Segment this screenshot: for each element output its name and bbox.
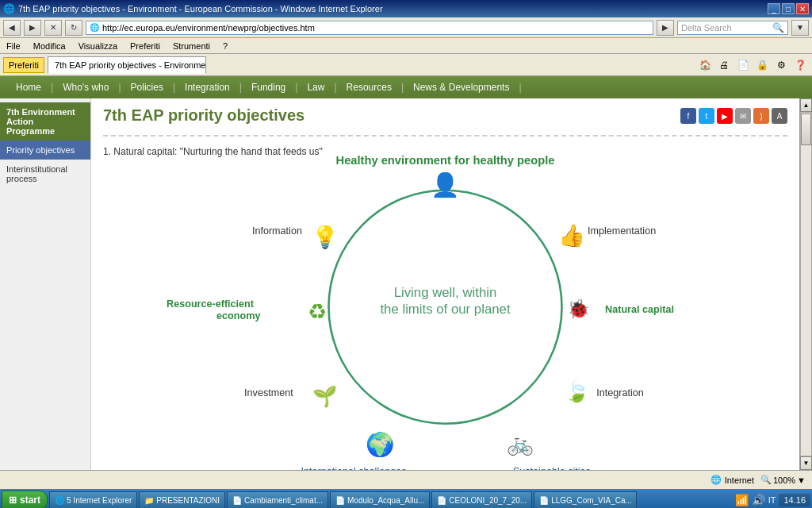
page-icon[interactable]: 📄	[734, 56, 752, 74]
url-field[interactable]: 🌐 http://ec.europa.eu/environment/newprg…	[86, 21, 653, 35]
app-icon-4: 📄	[437, 496, 446, 505]
sitenav-news[interactable]: News & Developments	[405, 79, 517, 96]
globe-icon: 🌐	[710, 475, 722, 485]
content-wrapper: 7th Environment Action Programme Priorit…	[0, 98, 812, 470]
sitenav-home[interactable]: Home	[8, 79, 49, 96]
mail-icon[interactable]: ✉	[735, 108, 751, 124]
sitenav-resources[interactable]: Resources	[339, 79, 400, 96]
taskbar-app-3[interactable]: 📄 Modulo_Acqua_Allu...	[330, 491, 430, 508]
taskbar: ⊞ start 🌐 5 Internet Explorer 📁 PRESENTA…	[0, 489, 812, 508]
window-controls[interactable]: _ □ ✕	[768, 3, 809, 14]
svg-text:Natural capital: Natural capital	[605, 304, 674, 315]
search-box[interactable]: Delta Search 🔍	[677, 21, 788, 35]
app-icon-1: 📁	[144, 496, 154, 505]
svg-text:🚲: 🚲	[507, 430, 534, 456]
scroll-track[interactable]	[800, 112, 812, 456]
taskbar-right: 📶 🔊 IT 14.16	[735, 494, 810, 506]
svg-text:💡: 💡	[312, 224, 339, 250]
menu-visualizza[interactable]: Visualizza	[75, 40, 121, 52]
print-icon[interactable]: 🖨	[715, 56, 733, 74]
window-titlebar: 🌐 7th EAP priority objectives - Environm…	[0, 0, 812, 17]
maximize-button[interactable]: □	[782, 3, 795, 14]
search-dropdown-button[interactable]: ▼	[791, 20, 809, 36]
app-icon-2: 📄	[232, 496, 242, 505]
svg-text:🐞: 🐞	[567, 298, 590, 320]
svg-text:Healthy environment for health: Healthy environment for healthy people	[336, 154, 555, 167]
youtube-icon[interactable]: ▶	[717, 108, 733, 124]
taskbar-app-5[interactable]: 📄 LLGG_Com_VIA_Ca...	[534, 491, 637, 508]
status-internet: 🌐 Internet	[710, 475, 754, 485]
scroll-down-button[interactable]: ▼	[800, 456, 812, 470]
scroll-thumb[interactable]	[801, 114, 811, 145]
zoom-control[interactable]: 🔍 100% ▼	[760, 475, 806, 485]
scrollbar[interactable]: ▲ ▼	[799, 98, 812, 470]
search-icon[interactable]: 🔍	[772, 22, 784, 33]
taskbar-app-4[interactable]: 📄 CEOLONI_20_7_20...	[431, 491, 532, 508]
window-title: 7th EAP priority objectives - Environmen…	[15, 4, 768, 13]
svg-text:the limits of our planet: the limits of our planet	[380, 302, 511, 317]
menu-file[interactable]: File	[3, 40, 24, 52]
stop-button[interactable]: ✕	[44, 20, 62, 36]
menu-preferiti[interactable]: Preferiti	[127, 40, 163, 52]
network-icon: 📶	[735, 494, 749, 506]
address-bar: ◀ ▶ ✕ ↻ 🌐 http://ec.europa.eu/environmen…	[0, 17, 812, 38]
svg-text:🌱: 🌱	[312, 384, 338, 409]
forward-button[interactable]: ▶	[24, 20, 41, 36]
social-icons: f t ▶ ✉ ) A	[680, 108, 787, 124]
accessibility-icon[interactable]: A	[772, 108, 787, 124]
minimize-button[interactable]: _	[768, 3, 780, 14]
sidebar-interinstitutional[interactable]: Interinstitutional process	[0, 160, 90, 188]
sitenav-policies[interactable]: Policies	[123, 79, 171, 96]
zoom-dropdown-icon[interactable]: ▼	[797, 475, 806, 485]
page-content: Home | Who's who | Policies | Integratio…	[0, 76, 812, 489]
help-icon[interactable]: ❓	[791, 56, 809, 74]
safety-icon[interactable]: 🔒	[753, 56, 771, 74]
svg-text:👤: 👤	[431, 171, 460, 199]
taskbar-app-0[interactable]: 🌐 5 Internet Explorer	[49, 491, 137, 508]
tools-icon[interactable]: ⚙	[772, 56, 790, 74]
windows-logo: ⊞	[9, 495, 17, 506]
favorites-button[interactable]: Preferiti	[3, 57, 44, 73]
main-content: 7th EAP priority objectives f t ▶ ✉ ) A	[91, 98, 799, 470]
sidebar-priority-objectives[interactable]: Priority objectives	[0, 140, 90, 160]
site-nav: Home | Who's who | Policies | Integratio…	[0, 76, 812, 98]
close-button[interactable]: ✕	[796, 3, 809, 14]
app-icon-0: 🌐	[55, 496, 64, 505]
rss-icon[interactable]: )	[753, 108, 769, 124]
svg-text:Investment: Investment	[244, 387, 293, 398]
sitenav-whos-who[interactable]: Who's who	[55, 79, 117, 96]
refresh-button[interactable]: ↻	[65, 20, 82, 36]
sitenav-funding[interactable]: Funding	[243, 79, 293, 96]
svg-text:Information: Information	[252, 225, 302, 237]
diagram-svg: 👤 💡 👍 ♻ 🐞 🌱 🍃	[103, 144, 787, 470]
zoom-icon: 🔍	[760, 475, 772, 485]
menu-modifica[interactable]: Modifica	[30, 40, 69, 52]
divider	[103, 135, 787, 137]
scroll-up-button[interactable]: ▲	[800, 98, 812, 112]
clock: 14.16	[779, 494, 810, 506]
sidebar-section-header: 7th Environment Action Programme	[0, 102, 90, 140]
svg-text:Integration: Integration	[596, 387, 644, 398]
home-icon[interactable]: 🏠	[696, 56, 714, 74]
taskbar-app-1[interactable]: 📁 PRESENTAZIONI	[139, 491, 225, 508]
svg-text:🌍: 🌍	[366, 431, 395, 460]
sitenav-law[interactable]: Law	[299, 79, 332, 96]
browser-tab-active[interactable]: 7th EAP priority objectives - Environmen…	[48, 56, 206, 74]
page-title: 7th EAP priority objectives	[103, 106, 304, 125]
taskbar-app-2[interactable]: 📄 Cambiamenti_climat...	[227, 491, 328, 508]
menu-bar: File Modifica Visualizza Preferiti Strum…	[0, 38, 812, 54]
twitter-icon[interactable]: t	[699, 108, 714, 124]
menu-strumenti[interactable]: Strumenti	[170, 40, 213, 52]
svg-text:International challenges: International challenges	[301, 466, 406, 470]
go-button[interactable]: ▶	[657, 20, 674, 36]
svg-text:🍃: 🍃	[565, 379, 590, 404]
app-icon-3: 📄	[335, 496, 345, 505]
sitenav-integration[interactable]: Integration	[177, 79, 238, 96]
svg-text:Implementation: Implementation	[588, 225, 656, 237]
svg-text:♻: ♻	[308, 300, 327, 325]
start-button[interactable]: ⊞ start	[2, 491, 48, 508]
facebook-icon[interactable]: f	[680, 108, 696, 124]
menu-help[interactable]: ?	[220, 40, 231, 52]
lang-label: IT	[768, 495, 776, 505]
back-button[interactable]: ◀	[3, 20, 21, 36]
